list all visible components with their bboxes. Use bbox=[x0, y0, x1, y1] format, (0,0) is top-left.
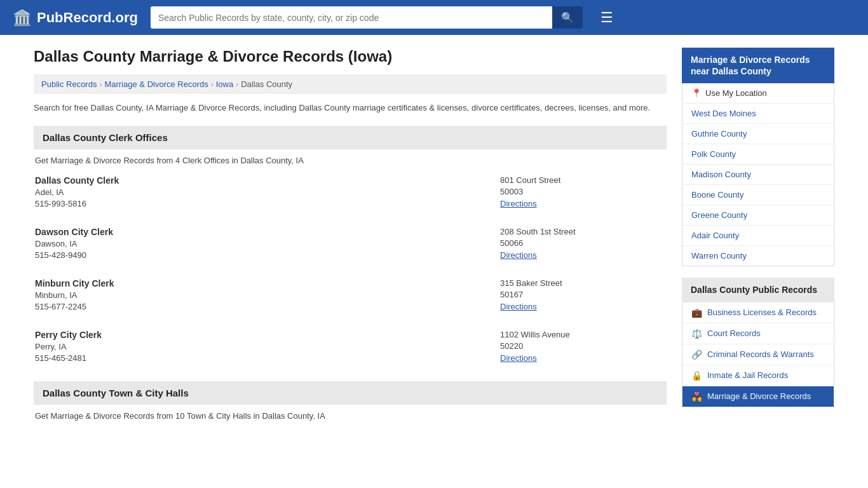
town-halls-desc: Get Marriage & Divorce Records from 10 T… bbox=[34, 411, 667, 421]
clerk-left: Minburn City Clerk Minburn, IA 515-677-2… bbox=[35, 278, 500, 313]
directions-link[interactable]: Directions bbox=[500, 302, 537, 311]
record-label: Marriage & Divorce Records bbox=[707, 391, 811, 401]
clerk-right: 208 South 1st Street 50066 Directions bbox=[500, 227, 665, 262]
clerk-left: Dallas County Clerk Adel, IA 515-993-581… bbox=[35, 175, 500, 210]
clerk-city: Minburn, IA bbox=[35, 290, 500, 300]
clerk-entries-list: Dallas County Clerk Adel, IA 515-993-581… bbox=[34, 175, 667, 365]
public-records-list-item[interactable]: 💼 Business Licenses & Records bbox=[682, 302, 834, 323]
clerk-city: Adel, IA bbox=[35, 187, 500, 197]
logo-icon: 🏛️ bbox=[13, 9, 32, 27]
page-container: Dallas County Marriage & Divorce Records… bbox=[21, 35, 847, 444]
clerk-phone[interactable]: 515-428-9490 bbox=[35, 250, 500, 260]
clerk-offices-desc: Get Marriage & Divorce Records from 4 Cl… bbox=[34, 156, 667, 165]
record-label: Court Records bbox=[707, 329, 761, 338]
clerk-name: Dawson City Clerk bbox=[35, 227, 500, 237]
breadcrumb-iowa[interactable]: Iowa bbox=[216, 79, 233, 89]
clerk-entry: Dawson City Clerk Dawson, IA 515-428-949… bbox=[34, 227, 667, 262]
nearby-list-item[interactable]: Madison County bbox=[682, 165, 834, 185]
page-description: Search for free Dallas County, IA Marria… bbox=[34, 102, 667, 114]
clerk-phone[interactable]: 515-993-5816 bbox=[35, 199, 500, 208]
nearby-section-title: Marriage & Divorce Records near Dallas C… bbox=[682, 48, 834, 83]
menu-icon: ☰ bbox=[600, 10, 613, 25]
nearby-list-item[interactable]: Adair County bbox=[682, 226, 834, 246]
clerk-right: 801 Court Street 50003 Directions bbox=[500, 175, 665, 210]
directions-link[interactable]: Directions bbox=[500, 250, 537, 260]
record-icon: ⚖️ bbox=[691, 329, 702, 339]
clerk-phone[interactable]: 515-677-2245 bbox=[35, 302, 500, 311]
nearby-list-item[interactable]: West Des Moines bbox=[682, 104, 834, 124]
search-button[interactable]: 🔍 bbox=[552, 6, 583, 29]
clerk-address: 208 South 1st Street bbox=[500, 227, 665, 236]
public-records-list-item[interactable]: 🔒 Inmate & Jail Records bbox=[682, 365, 834, 386]
record-label: Criminal Records & Warrants bbox=[707, 349, 814, 359]
clerk-zip: 50220 bbox=[500, 341, 665, 351]
directions-link[interactable]: Directions bbox=[500, 353, 537, 363]
clerk-city: Dawson, IA bbox=[35, 239, 500, 248]
nearby-list-item[interactable]: Greene County bbox=[682, 205, 834, 226]
breadcrumb-public-records[interactable]: Public Records bbox=[41, 79, 97, 89]
use-my-location[interactable]: 📍 Use My Location bbox=[682, 83, 834, 104]
public-records-section-title: Dallas County Public Records bbox=[682, 278, 834, 302]
sidebar: Marriage & Divorce Records near Dallas C… bbox=[682, 48, 834, 431]
clerk-left: Perry City Clerk Perry, IA 515-465-2481 bbox=[35, 330, 500, 365]
location-icon: 📍 bbox=[691, 88, 702, 98]
logo-text: PubRecord.org bbox=[37, 10, 138, 26]
clerk-right: 315 Baker Street 50167 Directions bbox=[500, 278, 665, 313]
nearby-list-item[interactable]: Warren County bbox=[682, 246, 834, 266]
breadcrumb-marriage-divorce[interactable]: Marriage & Divorce Records bbox=[104, 79, 208, 89]
nearby-list: 📍 Use My Location West Des MoinesGuthrie… bbox=[682, 83, 834, 266]
clerk-name: Perry City Clerk bbox=[35, 330, 500, 340]
use-location-label: Use My Location bbox=[705, 88, 767, 98]
clerk-name: Dallas County Clerk bbox=[35, 175, 500, 186]
clerk-entry: Dallas County Clerk Adel, IA 515-993-581… bbox=[34, 175, 667, 210]
search-input[interactable] bbox=[151, 6, 552, 29]
clerk-address: 801 Court Street bbox=[500, 175, 665, 185]
town-halls-header: Dallas County Town & City Halls bbox=[34, 381, 667, 405]
public-records-list-item[interactable]: 🔗 Criminal Records & Warrants bbox=[682, 344, 834, 365]
public-records-list-item[interactable]: 💑 Marriage & Divorce Records bbox=[682, 386, 834, 407]
public-records-list-item[interactable]: ⚖️ Court Records bbox=[682, 323, 834, 344]
clerk-zip: 50066 bbox=[500, 238, 665, 248]
clerk-entry: Minburn City Clerk Minburn, IA 515-677-2… bbox=[34, 278, 667, 313]
menu-button[interactable]: ☰ bbox=[600, 10, 613, 26]
search-bar: 🔍 bbox=[151, 6, 583, 29]
clerk-entry: Perry City Clerk Perry, IA 515-465-2481 … bbox=[34, 330, 667, 365]
clerk-right: 1102 Willis Avenue 50220 Directions bbox=[500, 330, 665, 365]
site-header: 🏛️ PubRecord.org 🔍 ☰ bbox=[0, 0, 868, 35]
breadcrumb-current: Dallas County bbox=[241, 79, 292, 89]
clerk-address: 315 Baker Street bbox=[500, 278, 665, 288]
record-icon: 🔒 bbox=[691, 370, 702, 381]
nearby-list-item[interactable]: Polk County bbox=[682, 144, 834, 165]
nearby-list-item[interactable]: Guthrie County bbox=[682, 124, 834, 144]
record-icon: 🔗 bbox=[691, 349, 702, 360]
clerk-city: Perry, IA bbox=[35, 342, 500, 351]
clerk-address: 1102 Willis Avenue bbox=[500, 330, 665, 339]
logo[interactable]: 🏛️ PubRecord.org bbox=[13, 9, 138, 27]
record-icon: 💑 bbox=[691, 391, 702, 402]
public-records-list: 💼 Business Licenses & Records ⚖️ Court R… bbox=[682, 302, 834, 407]
clerk-zip: 50003 bbox=[500, 187, 665, 196]
record-label: Inmate & Jail Records bbox=[707, 370, 788, 380]
page-title: Dallas County Marriage & Divorce Records… bbox=[34, 48, 667, 65]
search-icon: 🔍 bbox=[561, 12, 574, 23]
nearby-list-item[interactable]: Boone County bbox=[682, 185, 834, 205]
record-label: Business Licenses & Records bbox=[707, 308, 817, 317]
clerk-zip: 50167 bbox=[500, 290, 665, 299]
clerk-name: Minburn City Clerk bbox=[35, 278, 500, 288]
main-content: Dallas County Marriage & Divorce Records… bbox=[34, 48, 667, 431]
clerk-offices-header: Dallas County Clerk Offices bbox=[34, 126, 667, 149]
clerk-left: Dawson City Clerk Dawson, IA 515-428-949… bbox=[35, 227, 500, 262]
breadcrumb: Public Records › Marriage & Divorce Reco… bbox=[34, 74, 667, 94]
record-icon: 💼 bbox=[691, 308, 702, 318]
directions-link[interactable]: Directions bbox=[500, 199, 537, 208]
clerk-phone[interactable]: 515-465-2481 bbox=[35, 353, 500, 363]
